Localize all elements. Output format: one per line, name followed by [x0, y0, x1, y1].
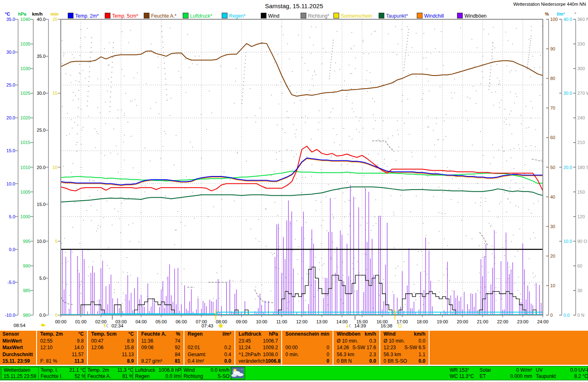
wind-direction-streak-dot [331, 59, 332, 60]
stats-cell: 0 [282, 358, 333, 365]
axis-tick-label-degrees: 30 [577, 288, 582, 293]
status-value: 0.0 km/h [211, 367, 230, 373]
wind-direction-dot [116, 146, 117, 146]
axis-tick-label-celsius: 15.0 [7, 148, 15, 153]
wind-direction-dot [285, 132, 286, 133]
wind-direction-dot [349, 214, 350, 215]
status-cell: Wind0.0 km/hRichtungS-SO [181, 367, 232, 380]
stats-cell: 56.3 km2.3 [333, 351, 379, 358]
wind-direction-dot [503, 151, 504, 152]
wind-direction-dot [72, 54, 73, 55]
wind-direction-streak-dot [79, 81, 80, 82]
axis-tick-label-degrees: 360 N [577, 17, 588, 22]
wind-direction-dot [314, 72, 315, 73]
wind-direction-dot [175, 244, 175, 245]
wind-direction-dot [97, 78, 98, 79]
wind-direction-dot [165, 196, 166, 197]
wind-direction-dot [395, 275, 396, 276]
wind-direction-dot [100, 112, 101, 113]
status-label: Temp. 2m [87, 367, 109, 373]
wind-direction-dot [398, 134, 399, 135]
wind-direction-streak-dot [242, 92, 243, 93]
wind-direction-dot [333, 128, 334, 129]
wind-direction-dot [296, 178, 297, 179]
axis-tick-label-hpa: 1035 [21, 41, 30, 46]
wind-direction-dot [416, 300, 416, 300]
wind-direction-dot [123, 293, 124, 294]
wind-direction-dot [533, 56, 533, 57]
wind-direction-dot [192, 64, 193, 64]
wind-direction-dot [301, 293, 302, 294]
wind-direction-dot [501, 201, 501, 202]
wind-direction-dot [66, 73, 67, 74]
wind-direction-dot [306, 273, 307, 274]
stats-cell: Gesamt:0.4 [184, 351, 234, 358]
wind-direction-dot [74, 202, 75, 203]
status-value: 81 % [122, 373, 133, 380]
wind-direction-dot [359, 121, 360, 121]
wind-direction-dot [427, 52, 427, 53]
time-tick-label: 09:00 [236, 319, 247, 324]
wind-direction-dot [344, 80, 345, 81]
wind-direction-dot [170, 27, 170, 28]
wind-direction-dot [492, 246, 493, 247]
wind-direction-dot [395, 268, 396, 269]
wind-direction-dot [313, 45, 314, 46]
wind-direction-dot [416, 33, 417, 34]
wind-direction-dot [404, 123, 405, 124]
wind-direction-dot [142, 185, 142, 186]
wind-direction-dot [76, 144, 76, 145]
sun-cloud-icon [41, 323, 46, 326]
wind-direction-dot [363, 41, 363, 42]
wind-direction-dot [213, 298, 214, 299]
wind-direction-streak-dot [91, 37, 92, 38]
wind-direction-dot [360, 225, 361, 226]
wind-direction-dot [350, 48, 351, 49]
wind-direction-streak-dot [245, 56, 246, 57]
wind-direction-streak-dot [331, 62, 331, 63]
wind-direction-dot [498, 149, 499, 150]
wind-direction-dot [119, 218, 120, 219]
wind-direction-dot [133, 78, 134, 78]
wind-direction-dot [325, 52, 326, 53]
wind-direction-dot [289, 302, 289, 302]
wind-direction-dot [375, 31, 376, 32]
wind-direction-dot [83, 70, 83, 71]
wind-direction-dot [421, 251, 422, 252]
wind-direction-dot [181, 77, 181, 78]
wind-direction-dot [282, 93, 283, 94]
wind-direction-dot [380, 171, 381, 172]
wind-direction-dot [118, 282, 119, 283]
wind-direction-streak-dot [332, 46, 333, 46]
wind-direction-dot [368, 53, 369, 54]
wind-direction-dot [505, 255, 505, 256]
wind-direction-dot [476, 103, 477, 104]
wind-direction-dot [71, 119, 71, 120]
wind-direction-dot [185, 225, 186, 226]
wind-direction-dot [89, 267, 90, 268]
wind-direction-dot [108, 247, 109, 248]
wind-direction-dot [216, 272, 217, 273]
wind-direction-dot [510, 181, 511, 181]
wind-direction-streak-dot [333, 43, 333, 43]
wind-direction-dot [510, 91, 511, 92]
wind-direction-dot [424, 33, 425, 34]
wind-direction-dot [366, 254, 367, 255]
wind-direction-dot [160, 158, 161, 159]
wind-direction-streak-dot [91, 47, 92, 48]
wind-direction-dot [92, 180, 93, 181]
wind-direction-dot [496, 278, 497, 279]
axis-tick-label-kmh: 35.0 [37, 54, 46, 59]
wind-direction-dot [499, 107, 500, 108]
wind-direction-streak-dot [330, 70, 331, 71]
wind-direction-streak-dot [76, 151, 77, 151]
wind-direction-dot [454, 79, 455, 80]
wind-direction-dot [526, 146, 526, 147]
wind-direction-dot [262, 284, 262, 285]
wind-direction-dot [423, 304, 424, 305]
wind-direction-dot [490, 226, 491, 227]
wind-direction-dot [185, 188, 186, 189]
wind-direction-streak-dot [531, 38, 531, 39]
wind-direction-dot [373, 225, 374, 226]
wind-direction-dot [162, 289, 163, 290]
